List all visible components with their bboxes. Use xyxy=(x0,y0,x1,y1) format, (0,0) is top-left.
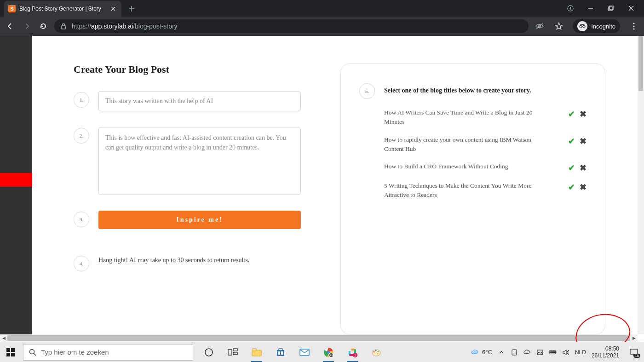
cortana-icon[interactable] xyxy=(202,346,215,359)
title-text[interactable]: How to Build a CRO Framework Without Cod… xyxy=(384,162,508,171)
app-layout: Create Your Blog Post 1. 2. This is how … xyxy=(32,36,638,334)
search-icon xyxy=(29,349,36,356)
svg-rect-23 xyxy=(300,349,309,356)
weather-temp: 6°C xyxy=(482,349,492,356)
h-scroll-thumb[interactable] xyxy=(7,335,630,341)
title-text[interactable]: How to rapidly create your own content u… xyxy=(384,135,536,154)
svg-rect-45 xyxy=(630,349,638,354)
new-tab-button[interactable] xyxy=(125,2,138,15)
url-path: /blog-post-story xyxy=(133,23,177,30)
toolbar-right: Incognito xyxy=(534,19,639,33)
input-language[interactable]: NLD xyxy=(575,349,586,356)
topic-input[interactable] xyxy=(98,91,301,111)
weather-widget[interactable]: 6°C xyxy=(471,349,492,356)
accept-icon[interactable]: ✔ xyxy=(568,109,575,119)
svg-point-37 xyxy=(375,350,377,351)
title-actions: ✔ ✖ xyxy=(568,163,586,173)
svg-rect-16 xyxy=(252,349,256,351)
svg-point-38 xyxy=(378,351,379,352)
reject-icon[interactable]: ✖ xyxy=(580,109,586,119)
svg-rect-20 xyxy=(281,351,283,353)
accept-icon[interactable]: ✔ xyxy=(568,182,575,192)
results-heading: Select one of the blog titles below to c… xyxy=(384,87,531,94)
svg-point-10 xyxy=(30,349,34,354)
svg-rect-22 xyxy=(281,353,283,355)
title-row: How AI Writers Can Save Time and Write a… xyxy=(384,108,586,127)
svg-rect-40 xyxy=(512,350,517,355)
scroll-left-arrow-icon[interactable]: ◀ xyxy=(0,334,7,342)
page-viewport: Create Your Blog Post 1. 2. This is how … xyxy=(0,36,644,342)
taskbar-clock[interactable]: 08:50 26/11/2021 xyxy=(592,345,619,359)
svg-rect-21 xyxy=(278,353,280,355)
reject-icon[interactable]: ✖ xyxy=(580,163,586,173)
close-window-icon[interactable] xyxy=(627,4,636,13)
step-number-4: 4. xyxy=(74,256,89,271)
vertical-scrollbar[interactable]: ▲ xyxy=(638,36,644,334)
mail-icon[interactable] xyxy=(298,346,311,359)
lock-icon xyxy=(61,23,67,29)
taskbar-apps: 1 xyxy=(202,346,383,359)
volume-icon[interactable] xyxy=(562,349,569,356)
title-text[interactable]: 5 Writing Techniques to Make the Content… xyxy=(384,181,536,200)
shield-icon[interactable] xyxy=(566,4,575,13)
tray-chevron-up-icon[interactable] xyxy=(498,349,505,356)
svg-rect-17 xyxy=(277,350,284,356)
accept-icon[interactable]: ✔ xyxy=(568,163,575,173)
svg-rect-18 xyxy=(279,349,282,351)
chrome-icon[interactable] xyxy=(322,346,335,359)
incognito-label: Incognito xyxy=(591,23,615,30)
slack-icon[interactable]: 1 xyxy=(346,346,359,359)
bluetooth-icon[interactable] xyxy=(511,349,518,356)
incognito-icon xyxy=(577,21,587,31)
tab-title: Blog Post Story Generator | Story xyxy=(19,6,106,12)
title-actions: ✔ ✖ xyxy=(568,136,586,146)
incognito-badge[interactable]: Incognito xyxy=(573,19,620,33)
scroll-thumb[interactable] xyxy=(638,36,643,91)
onedrive-icon[interactable] xyxy=(523,349,531,356)
svg-point-5 xyxy=(580,26,582,28)
start-button[interactable] xyxy=(0,342,21,362)
address-bar[interactable]: https://app.storylab.ai/blog-post-story xyxy=(54,19,529,33)
tab-close-icon[interactable] xyxy=(109,5,117,12)
description-input[interactable]: This is how effective and fast AI-assist… xyxy=(98,127,301,195)
battery-icon[interactable] xyxy=(549,349,557,356)
svg-point-7 xyxy=(633,23,634,24)
step-4: 4. Hang tight! AI may take up to 30 seco… xyxy=(74,255,313,271)
svg-rect-44 xyxy=(550,351,555,353)
browser-menu-icon[interactable] xyxy=(628,21,639,32)
step-number-3: 3. xyxy=(74,212,89,227)
form-column: Create Your Blog Post 1. 2. This is how … xyxy=(74,63,313,334)
minimize-icon[interactable] xyxy=(586,4,595,13)
horizontal-scrollbar[interactable]: ◀ ▶ xyxy=(0,334,638,342)
reject-icon[interactable]: ✖ xyxy=(580,182,586,192)
taskbar-search[interactable]: Typ hier om te zoeken xyxy=(23,344,193,361)
weather-icon xyxy=(471,349,479,356)
scroll-right-arrow-icon[interactable]: ▶ xyxy=(630,334,638,342)
photos-tray-icon[interactable] xyxy=(536,349,544,356)
titles-list: How AI Writers Can Save Time and Write a… xyxy=(359,108,586,200)
title-text[interactable]: How AI Writers Can Save Time and Write a… xyxy=(384,108,536,127)
browser-tab-active[interactable]: S Blog Post Story Generator | Story xyxy=(4,1,121,17)
inspire-me-button[interactable]: Inspire me! xyxy=(98,211,301,229)
system-tray: 6°C NLD 08:50 26/11/2021 18 xyxy=(471,345,644,359)
file-explorer-icon[interactable] xyxy=(250,346,263,359)
svg-point-27 xyxy=(330,354,331,355)
step-5-header: 5. Select one of the blog titles below t… xyxy=(359,82,586,99)
svg-rect-43 xyxy=(556,351,557,353)
tracking-eye-icon[interactable] xyxy=(534,21,545,32)
windows-logo-icon xyxy=(6,348,15,356)
microsoft-store-icon[interactable] xyxy=(274,346,287,359)
paint-icon[interactable] xyxy=(370,346,383,359)
svg-rect-19 xyxy=(278,351,280,353)
accept-icon[interactable]: ✔ xyxy=(568,136,575,146)
url-host: app.storylab.ai xyxy=(91,23,133,30)
page-title: Create Your Blog Post xyxy=(74,63,313,75)
forward-button[interactable] xyxy=(21,21,32,32)
action-center-icon[interactable]: 18 xyxy=(627,346,640,359)
back-button[interactable] xyxy=(5,21,16,32)
reject-icon[interactable]: ✖ xyxy=(580,136,586,146)
reload-button[interactable] xyxy=(38,21,49,32)
task-view-icon[interactable] xyxy=(226,346,239,359)
maximize-icon[interactable] xyxy=(606,4,615,13)
bookmark-star-icon[interactable] xyxy=(553,21,564,32)
